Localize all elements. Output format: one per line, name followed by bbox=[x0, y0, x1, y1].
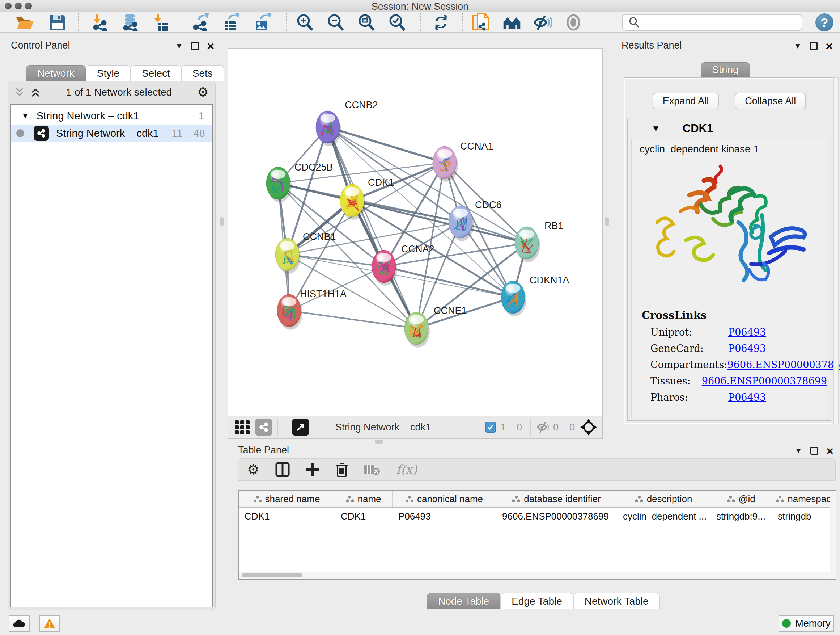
network-edge[interactable] bbox=[328, 127, 527, 243]
show-columns-icon[interactable] bbox=[275, 462, 290, 477]
panel-float-icon[interactable] bbox=[191, 42, 199, 50]
help-button[interactable]: ? bbox=[815, 13, 834, 32]
network-edge[interactable] bbox=[289, 310, 416, 328]
table-settings-gear-icon[interactable]: ⚙ bbox=[247, 462, 259, 478]
right-splitter-handle[interactable] bbox=[605, 217, 609, 226]
column-header-description[interactable]: description bbox=[617, 491, 711, 507]
network-list-toolbar: 1 of 1 Network selected ⚙ bbox=[8, 81, 215, 103]
table-vscrollbar[interactable] bbox=[830, 491, 836, 579]
panel-menu-icon[interactable]: ▼ bbox=[175, 41, 183, 51]
crosslink-link[interactable]: P06493 bbox=[728, 343, 766, 354]
tab-network[interactable]: Network bbox=[26, 65, 86, 81]
import-network-from-database-button[interactable] bbox=[120, 13, 140, 32]
table-panel-title: Table Panel bbox=[238, 445, 289, 456]
first-neighbors-button[interactable] bbox=[502, 13, 522, 32]
create-column-plus-icon[interactable] bbox=[306, 463, 319, 477]
column-header-canonical-name[interactable]: canonical name bbox=[393, 491, 496, 507]
import-network-button[interactable] bbox=[90, 13, 109, 32]
cell-database-identifier[interactable]: 9606.ENSP00000378699 bbox=[496, 508, 617, 524]
gear-icon[interactable]: ⚙ bbox=[197, 85, 209, 100]
table-hscrollbar[interactable] bbox=[240, 572, 829, 578]
tab-edge-table[interactable]: Edge Table bbox=[500, 593, 573, 609]
detach-view-icon[interactable] bbox=[292, 418, 309, 436]
crosslink-link[interactable]: P06493 bbox=[728, 392, 766, 403]
cell-name[interactable]: CDK1 bbox=[335, 508, 393, 524]
network-view-mode-icon[interactable] bbox=[255, 418, 272, 436]
zoom-out-button[interactable] bbox=[325, 13, 345, 32]
crosslink-link[interactable]: 9606.ENSP00000378699 bbox=[727, 359, 840, 371]
hide-selected-button[interactable] bbox=[532, 13, 552, 32]
left-splitter-handle[interactable] bbox=[220, 217, 224, 226]
network-row[interactable]: String Network – cdk1 11 48 bbox=[11, 125, 212, 142]
network-tree: ▼ String Network – cdk1 1 String Network… bbox=[11, 104, 213, 608]
column-header-@id[interactable]: @id bbox=[711, 491, 772, 507]
cell-namespace[interactable]: stringdb bbox=[772, 508, 836, 524]
save-session-button[interactable] bbox=[48, 13, 67, 32]
table-row[interactable]: CDK1CDK1P064939606.ENSP00000378699cyclin… bbox=[239, 508, 836, 524]
delete-column-trash-icon[interactable] bbox=[335, 462, 348, 477]
network-node-cdc25b[interactable]: CDC25B bbox=[266, 162, 333, 203]
gene-section-header[interactable]: ▼ CDK1 bbox=[628, 119, 831, 138]
import-database-icon bbox=[120, 13, 140, 32]
network-node-cdk1[interactable]: CDK1 bbox=[340, 177, 394, 220]
collapse-all-button[interactable]: Collapse All bbox=[735, 93, 806, 109]
crosslink-link[interactable]: 9606.ENSP00000378699 bbox=[702, 375, 827, 386]
tab-network-table[interactable]: Network Table bbox=[573, 593, 660, 609]
tab-node-table[interactable]: Node Table bbox=[427, 593, 500, 609]
show-all-button[interactable] bbox=[564, 13, 583, 32]
cell-description[interactable]: cyclin–dependent ... bbox=[617, 508, 711, 524]
zoom-fit-button[interactable] bbox=[356, 13, 376, 32]
selected-checkbox-icon[interactable] bbox=[485, 422, 496, 432]
network-canvas[interactable]: CCNB2CCNA1CDC25BCDK1CDC6RB1CCNB1CCNA2CDK… bbox=[228, 49, 602, 416]
open-session-button[interactable] bbox=[15, 13, 35, 32]
network-from-selection-button[interactable] bbox=[471, 13, 491, 32]
cell-@id[interactable]: stringdb:9... bbox=[711, 508, 772, 524]
import-table-button[interactable] bbox=[150, 13, 170, 32]
panel-menu-icon[interactable]: ▼ bbox=[794, 41, 802, 51]
network-collection-row[interactable]: ▼ String Network – cdk1 1 bbox=[11, 107, 212, 125]
export-table-button[interactable] bbox=[221, 13, 241, 32]
network-edge[interactable] bbox=[384, 266, 513, 297]
zoom-in-button[interactable] bbox=[295, 13, 314, 32]
cloud-status-button[interactable] bbox=[9, 615, 30, 632]
network-node-hist1h1a[interactable]: HIST1H1A bbox=[277, 288, 347, 330]
column-header-database-identifier[interactable]: database identifier bbox=[496, 491, 617, 507]
results-scrollbar[interactable] bbox=[834, 78, 838, 424]
panel-float-icon[interactable] bbox=[810, 447, 818, 455]
panel-close-icon[interactable]: × bbox=[207, 42, 214, 50]
export-network-button[interactable] bbox=[191, 13, 210, 32]
tree-expand-icon[interactable]: ▼ bbox=[21, 111, 29, 120]
crosslink-link[interactable]: P06493 bbox=[728, 326, 766, 338]
tab-select[interactable]: Select bbox=[131, 65, 181, 81]
tab-string[interactable]: String bbox=[701, 62, 750, 77]
tab-style[interactable]: Style bbox=[86, 65, 131, 81]
birdseye-icon[interactable] bbox=[580, 418, 597, 436]
network-node-rb1[interactable]: RB1 bbox=[515, 220, 564, 262]
column-header-namespace[interactable]: namespace bbox=[772, 491, 836, 507]
network-node-ccna1[interactable]: CCNA1 bbox=[433, 141, 493, 182]
expand-all-chevron-icon[interactable] bbox=[30, 87, 41, 98]
panel-menu-icon[interactable]: ▼ bbox=[794, 446, 802, 455]
tab-sets[interactable]: Sets bbox=[181, 65, 224, 81]
export-image-button[interactable] bbox=[253, 13, 272, 32]
memory-button[interactable]: Memory bbox=[778, 615, 834, 632]
zoom-selected-button[interactable] bbox=[387, 13, 407, 32]
expand-all-button[interactable]: Expand All bbox=[653, 93, 719, 109]
warnings-button[interactable] bbox=[39, 615, 60, 632]
network-node-ccne1[interactable]: CCNE1 bbox=[404, 305, 467, 348]
panel-close-icon[interactable]: × bbox=[826, 42, 833, 50]
panel-close-icon[interactable]: × bbox=[826, 447, 834, 455]
network-edge[interactable] bbox=[328, 127, 445, 163]
cell-shared-name[interactable]: CDK1 bbox=[239, 508, 335, 524]
column-header-shared-name[interactable]: shared name bbox=[239, 491, 335, 507]
network-edge[interactable] bbox=[287, 255, 384, 266]
apply-layout-button[interactable] bbox=[431, 13, 451, 32]
network-node-cdkn1a[interactable]: CDKN1A bbox=[501, 275, 569, 317]
cell-canonical-name[interactable]: P06493 bbox=[393, 508, 496, 524]
search-input[interactable] bbox=[644, 15, 802, 30]
section-collapse-icon[interactable]: ▼ bbox=[652, 124, 660, 134]
column-header-name[interactable]: name bbox=[335, 491, 393, 507]
panel-float-icon[interactable] bbox=[810, 42, 818, 50]
grid-view-icon[interactable] bbox=[234, 419, 251, 435]
collapse-all-chevron-icon[interactable] bbox=[14, 87, 25, 98]
